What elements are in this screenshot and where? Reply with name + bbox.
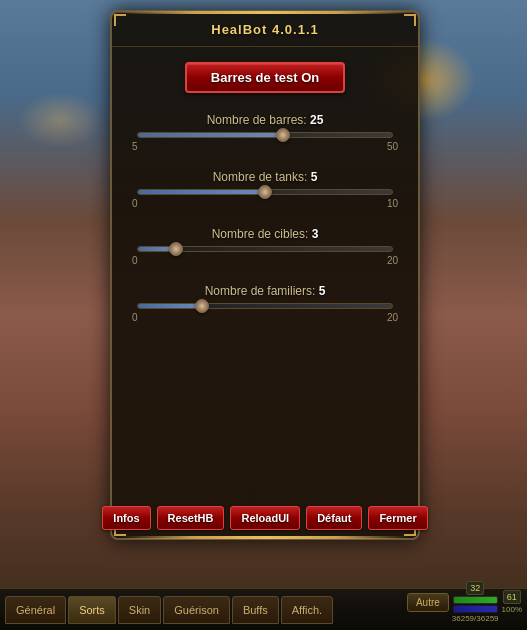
- tab-sorts[interactable]: Sorts: [68, 596, 116, 624]
- slider-label-cibles: Nombre de cibles: 3: [132, 227, 398, 241]
- resethb-button[interactable]: ResetHB: [157, 506, 225, 530]
- slider-range-cibles: 0 20: [132, 255, 398, 266]
- slider-value-tanks: 5: [311, 170, 318, 184]
- slider-track-container-tanks[interactable]: [137, 189, 393, 195]
- slider-group-familiers: Nombre de familiers: 5 0 20: [132, 284, 398, 323]
- mana-pct-text: 100%: [502, 605, 522, 614]
- corner-decoration-tr: [404, 14, 416, 26]
- slider-max-barres: 50: [387, 141, 398, 152]
- slider-track-container-cibles[interactable]: [137, 246, 393, 252]
- title-bar: HealBot 4.0.1.1: [112, 12, 418, 47]
- slider-range-familiers: 0 20: [132, 312, 398, 323]
- slider-group-cibles: Nombre de cibles: 3 0 20: [132, 227, 398, 266]
- slider-range-barres: 5 50: [132, 141, 398, 152]
- slider-group-tanks: Nombre de tanks: 5 0 10: [132, 170, 398, 209]
- mana-pct-container: 61 100%: [502, 590, 522, 614]
- slider-track-container-barres[interactable]: [137, 132, 393, 138]
- slider-label-barres: Nombre de barres: 25: [132, 113, 398, 127]
- tab-general[interactable]: Général: [5, 596, 66, 624]
- test-bars-button[interactable]: Barres de test On: [185, 62, 345, 93]
- slider-track-barres[interactable]: [137, 132, 393, 138]
- slider-thumb-barres[interactable]: [276, 128, 290, 142]
- slider-thumb-tanks[interactable]: [258, 185, 272, 199]
- reloadui-button[interactable]: ReloadUI: [230, 506, 300, 530]
- slider-min-familiers: 0: [132, 312, 138, 323]
- slider-value-familiers: 5: [319, 284, 326, 298]
- slider-group-barres: Nombre de barres: 25 5 50: [132, 113, 398, 152]
- slider-max-familiers: 20: [387, 312, 398, 323]
- slider-max-cibles: 20: [387, 255, 398, 266]
- slider-track-tanks[interactable]: [137, 189, 393, 195]
- mini-status: 32 36259/36259: [452, 581, 499, 623]
- slider-thumb-cibles[interactable]: [169, 242, 183, 256]
- defaut-button[interactable]: Défaut: [306, 506, 362, 530]
- fermer-button[interactable]: Fermer: [368, 506, 427, 530]
- tab-guerison[interactable]: Guérison: [163, 596, 230, 624]
- health-bar: [453, 596, 498, 604]
- slider-fill-tanks: [138, 190, 265, 194]
- slider-min-cibles: 0: [132, 255, 138, 266]
- slider-track-cibles[interactable]: [137, 246, 393, 252]
- slider-value-cibles: 3: [312, 227, 319, 241]
- window-title: HealBot 4.0.1.1: [211, 22, 319, 37]
- slider-label-tanks: Nombre de tanks: 5: [132, 170, 398, 184]
- slider-max-tanks: 10: [387, 198, 398, 209]
- slider-range-tanks: 0 10: [132, 198, 398, 209]
- level-badge: 32: [466, 581, 484, 595]
- health-text: 36259/36259: [452, 614, 499, 623]
- slider-min-tanks: 0: [132, 198, 138, 209]
- tab-bar: Général Sorts Skin Guérison Buffs Affich…: [0, 588, 527, 630]
- panel-content: Barres de test On Nombre de barres: 25 5…: [112, 47, 418, 356]
- slider-fill-familiers: [138, 304, 202, 308]
- tab-affich[interactable]: Affich.: [281, 596, 333, 624]
- mana-bar: [453, 605, 498, 613]
- main-panel: HealBot 4.0.1.1 Barres de test On Nombre…: [110, 10, 420, 540]
- corner-decoration-tl: [114, 14, 126, 26]
- slider-value-barres: 25: [310, 113, 323, 127]
- tab-bar-inner: Général Sorts Skin Guérison Buffs Affich…: [0, 589, 338, 630]
- slider-track-familiers[interactable]: [137, 303, 393, 309]
- bottom-buttons-row: Infos ResetHB ReloadUI Défaut Fermer: [112, 506, 418, 530]
- status-bar-right: Autre 32 36259/36259 61 100%: [407, 581, 522, 623]
- mana-level: 61: [503, 590, 521, 604]
- slider-thumb-familiers[interactable]: [195, 299, 209, 313]
- infos-button[interactable]: Infos: [102, 506, 150, 530]
- tab-buffs[interactable]: Buffs: [232, 596, 279, 624]
- mana-fill: [454, 606, 497, 612]
- slider-min-barres: 5: [132, 141, 138, 152]
- slider-label-familiers: Nombre de familiers: 5: [132, 284, 398, 298]
- autre-button[interactable]: Autre: [407, 593, 449, 612]
- slider-track-container-familiers[interactable]: [137, 303, 393, 309]
- slider-fill-barres: [138, 133, 283, 137]
- health-fill: [454, 597, 497, 603]
- tab-skin[interactable]: Skin: [118, 596, 161, 624]
